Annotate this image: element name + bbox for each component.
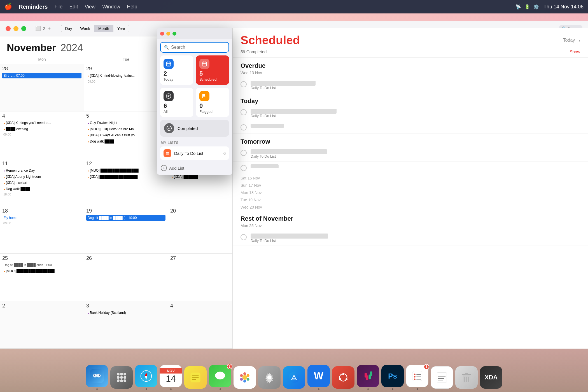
event-dog-walk-11[interactable]: Dog walk ████ (2, 186, 81, 192)
dock-calendar[interactable]: NOV 14 (160, 365, 182, 390)
popup-search-container[interactable]: 🔍 (160, 42, 229, 53)
svg-marker-35 (145, 376, 148, 380)
event-muo-12[interactable]: [MUO] ████████████████ (86, 168, 165, 173)
cal-cell-nov25[interactable]: 25 Dog sit ████ in ████ ends 11:00 [MUO]… (0, 254, 84, 301)
event-xda-ways[interactable]: [XDA] X ways AI can assist yo... (86, 132, 165, 138)
dock-messages[interactable]: 2 (209, 365, 231, 390)
dock-radiant[interactable] (332, 366, 354, 390)
completed-card[interactable]: Completed (160, 120, 229, 137)
svg-point-18 (93, 374, 97, 377)
reminder-checkbox-1[interactable] (241, 81, 247, 87)
event-remembrance[interactable]: Remembrance Day (2, 168, 81, 173)
dock-word[interactable]: W (307, 365, 330, 390)
daily-todo-list-item[interactable]: Daily To Do List 6 (160, 146, 229, 160)
dock-finder[interactable] (86, 365, 108, 390)
apple-menu-icon[interactable]: 🍎 (4, 3, 12, 10)
svg-point-54 (342, 373, 344, 375)
cal-cell-nov18[interactable]: 18 Fly home 09:00 (0, 206, 84, 254)
cal-cell-nov19[interactable]: 19 Dog sit ████ in ████ (... 10:00 (84, 206, 168, 254)
all-card[interactable]: 6 All (160, 88, 193, 117)
cal-cell-nov26[interactable]: 26 (84, 254, 168, 301)
menu-window[interactable]: Window (102, 4, 120, 10)
menubar-time: Thu 14 Nov 14:06 (543, 4, 584, 10)
control-center-icon[interactable]: ⚙️ (533, 4, 539, 10)
popup-max-btn[interactable] (172, 32, 176, 36)
all-card-icon (164, 91, 174, 101)
reminders-dock-icon: 1 (406, 365, 428, 387)
cal-cell-dec3[interactable]: 3 Bank Holiday (Scotland) (84, 301, 168, 349)
window-close-btn[interactable] (6, 26, 11, 31)
event-muo-edi[interactable]: [MUO] [EDI] How Ads Are Ma... (86, 126, 165, 132)
rest-section-title: Rest of November (233, 211, 588, 223)
today-item-1: [XDA] ███████████████████████ Daily To D… (233, 106, 588, 121)
flagged-card[interactable]: 0 Flagged (196, 88, 229, 117)
event-xda-pixel[interactable]: [XDA] pixel art (2, 180, 81, 186)
dock-notes[interactable] (184, 366, 207, 390)
menubar: 🍎 Reminders File Edit View Window Help 📡… (0, 0, 588, 13)
cal-cell-nov5[interactable]: 5 Guy Fawkes Night [MUO] [EDI] How Ads A… (84, 111, 168, 159)
event-guy-fawkes[interactable]: Guy Fawkes Night (86, 120, 165, 126)
menu-file[interactable]: File (54, 4, 62, 10)
reminder-checkbox-4[interactable] (241, 150, 247, 156)
event-xda-things[interactable]: [XDA] X things you'll need to... (2, 120, 81, 126)
dock-launchpad[interactable] (110, 366, 133, 390)
dock-settings[interactable] (258, 366, 281, 390)
svg-point-66 (414, 379, 416, 380)
event-muo-25[interactable]: [MUO] ████████████████ (2, 268, 81, 274)
today-card[interactable]: 14 2 Today (160, 55, 193, 85)
event-dog-sit-19[interactable]: Dog sit ████ in ████ (... 10:00 (86, 215, 165, 221)
cal-cell-oct29[interactable]: 29 [XDA] X mind-blowing featur... 09:00 (84, 64, 168, 111)
event-fly-home[interactable]: Fly home (2, 215, 81, 221)
dock-safari[interactable] (135, 365, 157, 390)
reminder-checkbox-2[interactable] (241, 109, 247, 115)
view-week-btn[interactable]: Week (76, 25, 94, 32)
event-dog-sit-25[interactable]: Dog sit ████ in ████ ends 11:00 (2, 262, 81, 268)
popup-close-btn[interactable] (160, 32, 164, 36)
view-year-btn[interactable]: Year (113, 25, 129, 32)
svg-point-26 (120, 376, 123, 379)
event-evening[interactable]: ████ evening (2, 126, 81, 132)
next-btn[interactable]: › (578, 37, 580, 44)
event-birthday[interactable]: Birthd... 07:00 (2, 73, 81, 78)
settings-icon (258, 366, 281, 389)
menu-view[interactable]: View (85, 4, 95, 10)
dock-photos[interactable] (234, 366, 256, 390)
cal-cell-nov11[interactable]: 11 Remembrance Day [XDA] Aperty Lightroo… (0, 159, 84, 206)
dock-slack[interactable] (357, 365, 379, 390)
sidebar-toggle-icon[interactable]: ⬜ (35, 26, 41, 31)
dock-textedit[interactable] (431, 366, 453, 390)
view-day-btn[interactable]: Day (61, 25, 76, 32)
reminder-checkbox-3[interactable] (241, 124, 247, 130)
event-xda-29[interactable]: [XDA] X mind-blowing featur... (86, 73, 165, 78)
show-completed-btn[interactable]: Show (570, 49, 580, 54)
event-xda-aperty[interactable]: [XDA] Aperty Lightroom (2, 174, 81, 179)
svg-point-55 (346, 378, 347, 380)
cal-cell-nov4[interactable]: 4 [XDA] X things you'll need to... ████ … (0, 111, 84, 159)
menu-help[interactable]: Help (127, 4, 137, 10)
popup-search-input[interactable] (171, 45, 225, 50)
dock-appstore[interactable] (283, 366, 305, 390)
reminder-checkbox-6[interactable] (241, 234, 247, 240)
dock-photoshop[interactable]: Ps (381, 365, 404, 390)
cal-cell-nov12[interactable]: 12 [MUO] ████████████████ [XDA] ████████… (84, 159, 168, 206)
add-event-btn[interactable]: + (48, 25, 51, 32)
menu-edit[interactable]: Edit (69, 4, 78, 10)
view-month-btn[interactable]: Month (94, 25, 113, 32)
event-dog-walk[interactable]: Dog walk ████ (86, 139, 165, 144)
today-label-btn[interactable]: Today (563, 38, 575, 43)
window-minimize-btn[interactable] (13, 26, 18, 31)
calendar-dot (170, 388, 172, 390)
dock-trash[interactable] (455, 366, 478, 390)
scheduled-card[interactable]: 5 Scheduled (196, 55, 229, 85)
event-xda-12[interactable]: [XDA] ████████████████ (86, 174, 165, 179)
window-maximize-btn[interactable] (21, 26, 26, 31)
cal-cell-oct28[interactable]: 28 Birthd... 07:00 (0, 64, 84, 111)
dock-reminders[interactable]: 1 (406, 365, 428, 390)
date-26: 26 (86, 255, 165, 261)
cal-cell-dec2[interactable]: 2 (0, 301, 84, 349)
event-bank-holiday[interactable]: Bank Holiday (Scotland) (86, 310, 165, 316)
popup-min-btn[interactable] (166, 32, 170, 36)
add-list-btn[interactable]: + Add List (157, 162, 232, 175)
app-name[interactable]: Reminders (19, 4, 48, 10)
reminder-checkbox-5[interactable] (241, 165, 247, 171)
